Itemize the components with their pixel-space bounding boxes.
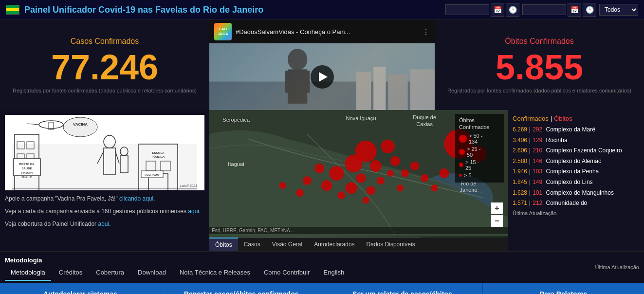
illustration-box: POSTO DE SAÚDE ESTAMOS SEM LUZ VACINA <box>5 115 204 190</box>
right-panel-header: Confirmados | Óbitos <box>513 115 639 122</box>
community-name-1: Rocinha <box>544 137 567 145</box>
methodology-area: Metodologia MetodologiaCréditosCobertura… <box>0 252 209 283</box>
community-row: 3.406 | 129 Rocinha <box>513 137 639 145</box>
right-confirmed-label: Confirmados <box>513 115 549 122</box>
svg-text:Itaguaí: Itaguaí <box>228 161 245 167</box>
community-sep-6: | <box>529 189 531 197</box>
community-confirmed-7: 1.571 <box>513 200 527 207</box>
video-menu-icon[interactable]: ⋮ <box>422 27 430 37</box>
map-attribution: Esri, HERE, Garmin, FAO, METI/NA... <box>209 227 508 234</box>
video-play-button[interactable] <box>311 65 334 89</box>
date-start-input[interactable] <box>445 4 489 15</box>
coverage-link[interactable]: aqui <box>98 220 109 227</box>
map-zoom-controls: + − <box>491 202 503 227</box>
clock-icon-1[interactable]: 🕐 <box>506 3 519 17</box>
tab-download[interactable]: Download <box>132 265 172 281</box>
svg-point-67 <box>397 184 404 191</box>
confirmed-label: Casos Confirmados <box>71 37 139 46</box>
map-tab-visao[interactable]: Visão Geral <box>266 238 308 251</box>
coverage-text: Veja cobertura do Painel Unificador aqui… <box>5 220 204 228</box>
community-name-5: Complexo do Lins <box>544 179 592 186</box>
video-thumbnail[interactable] <box>209 43 435 110</box>
community-row: 2.606 | 210 Complexo Fazenda Coqueiro <box>513 147 639 155</box>
illustration-svg: POSTO DE SAÚDE ESTAMOS SEM LUZ VACINA <box>5 115 204 190</box>
tab-cobertura[interactable]: Cobertura <box>90 265 130 281</box>
legend-item-4: > 5 - <box>459 172 500 178</box>
svg-text:Latuff 2021: Latuff 2021 <box>180 184 197 187</box>
community-confirmed-4: 1.946 <box>513 168 527 176</box>
community-confirmed-6: 1.628 <box>513 189 527 197</box>
date-end-input[interactable] <box>522 4 566 15</box>
left-panel: POSTO DE SAÚDE ESTAMOS SEM LUZ VACINA <box>0 110 209 251</box>
deaths-panel: Óbitos Confirmados 5.855 Registrados por… <box>435 20 644 110</box>
right-panel: Confirmados | Óbitos 6.269 | 292 Complex… <box>508 110 644 251</box>
community-row: 1.628 | 101 Complexo de Manguinhos <box>513 189 639 197</box>
svg-point-49 <box>345 155 362 172</box>
community-deaths-3: 146 <box>533 158 542 165</box>
letter-link[interactable]: aqui <box>188 208 199 215</box>
methodology-tab-bar: MetodologiaCréditosCoberturaDownloadNota… <box>0 265 209 281</box>
header-controls: 📅 🕐 📅 🕐 Todos <box>445 3 638 17</box>
svg-text:FECHADA: FECHADA <box>145 173 159 176</box>
zoom-out-button[interactable]: − <box>491 215 503 227</box>
map-tab-dados[interactable]: Dados Disponíveis <box>361 238 421 251</box>
confirmed-number: 77.246 <box>51 50 158 85</box>
community-name-2: Complexo Fazenda Coqueiro <box>544 147 622 155</box>
community-deaths-7: 212 <box>533 200 542 207</box>
page-title: Painel Unificador Covid-19 nas Favelas d… <box>24 5 441 15</box>
action-button-1[interactable]: Reportar casos/óbitos confirmados <box>161 283 322 294</box>
svg-point-52 <box>329 166 344 181</box>
svg-rect-4 <box>388 74 407 110</box>
svg-text:SAÚDE: SAÚDE <box>21 167 32 170</box>
action-button-0[interactable]: Autodeclarar sintomas <box>0 283 161 294</box>
calendar-icon-1[interactable]: 📅 <box>491 3 504 17</box>
filter-dropdown[interactable]: Todos <box>599 4 638 16</box>
tab-metodologia[interactable]: Metodologia <box>5 265 51 281</box>
community-confirmed-1: 3.406 <box>513 137 527 145</box>
community-name-3: Complexo do Alemão <box>544 158 601 165</box>
community-confirmed-0: 6.269 <box>513 126 527 134</box>
legend-label-3: > 15 -25 <box>465 159 479 171</box>
map-panel: Seropédica Nova Iguaçu Duque de Caxias I… <box>209 110 508 251</box>
campaign-link[interactable]: clicando aqui <box>119 195 153 202</box>
map-tabs: Óbitos Casos Visão Geral Autodeclarados … <box>209 238 508 251</box>
map-tab-casos[interactable]: Casos <box>238 238 266 251</box>
svg-point-54 <box>377 177 385 184</box>
calendar-icon-2[interactable]: 📅 <box>568 3 581 17</box>
legend-label-1: > 50 -134 <box>469 133 482 145</box>
action-buttons-row: Autodeclarar sintomasReportar casos/óbit… <box>0 283 644 294</box>
svg-point-56 <box>367 186 375 195</box>
confirmed-cases-panel: Casos Confirmados 77.246 Registrados por… <box>0 20 209 110</box>
community-row: 6.269 | 292 Complexo da Maré <box>513 126 639 134</box>
svg-rect-3 <box>373 67 386 110</box>
svg-point-58 <box>401 169 409 177</box>
tab-créditos[interactable]: Créditos <box>53 265 88 281</box>
community-confirmed-3: 2.580 <box>513 158 527 165</box>
campaign-text: Apoie a campanha "Vacina Pra Favela, Já!… <box>5 194 204 203</box>
svg-text:PÚBLICA: PÚBLICA <box>152 155 165 158</box>
svg-rect-8 <box>285 71 291 92</box>
community-deaths-4: 103 <box>533 168 542 176</box>
community-deaths-2: 210 <box>533 147 542 155</box>
svg-point-53 <box>356 173 366 183</box>
last-update-box: Última Atualização <box>508 252 644 283</box>
clock-icon-2[interactable]: 🕐 <box>583 3 596 17</box>
zoom-in-button[interactable]: + <box>491 202 503 214</box>
legend-item-1: > 50 -134 <box>459 133 500 145</box>
community-row: 1.571 | 212 Comunidade do <box>513 200 639 207</box>
community-sep-4: | <box>529 168 531 176</box>
map-tab-obitos[interactable]: Óbitos <box>209 238 238 251</box>
community-deaths-0: 292 <box>533 126 542 134</box>
svg-point-68 <box>314 164 324 173</box>
svg-point-61 <box>421 174 428 182</box>
community-row: 2.580 | 146 Complexo do Alemão <box>513 158 639 165</box>
community-sep-3: | <box>529 158 531 165</box>
action-button-3[interactable]: Para Relatores <box>483 283 644 294</box>
action-button-2[interactable]: Ser um relator de casos/óbitos <box>322 283 483 294</box>
right-sep: | <box>551 115 552 122</box>
community-confirmed-5: 1.845 <box>513 179 527 186</box>
svg-rect-2 <box>356 72 371 110</box>
svg-point-26 <box>63 117 97 137</box>
map-tab-autodeclarados[interactable]: Autodeclarados <box>308 238 360 251</box>
community-deaths-5: 149 <box>533 179 542 186</box>
